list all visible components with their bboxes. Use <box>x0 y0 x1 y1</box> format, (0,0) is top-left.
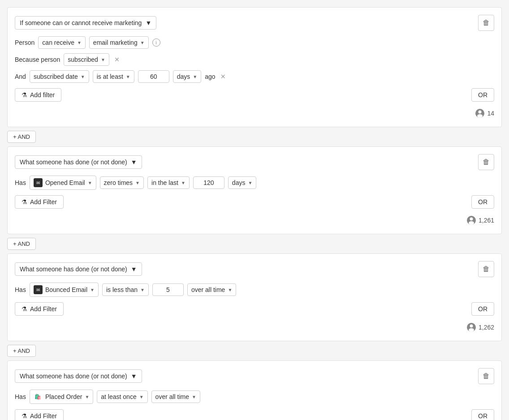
condition-type-select-2[interactable]: What someone has done (or not done) ▼ <box>15 155 142 169</box>
time-value-input-3[interactable]: 5 <box>152 283 184 296</box>
event-select-4[interactable]: 🛍️ Placed Order ▼ <box>30 390 93 404</box>
value-input[interactable]: 60 <box>138 70 169 83</box>
frequency-operator-select-4[interactable]: at least once ▼ <box>97 390 147 403</box>
info-icon[interactable]: i <box>152 39 160 47</box>
condition-type-label-1: If someone can or cannot receive marketi… <box>20 19 142 26</box>
filter-icon-4: ⚗ <box>22 412 27 420</box>
date-field-select[interactable]: subscribed date ▼ <box>30 70 89 83</box>
dropdown-arrow-1: ▼ <box>145 19 151 26</box>
count-row-2: 1,261 <box>15 212 494 227</box>
event-icon-3: ✉ <box>34 285 43 294</box>
frequency-operator-select-3[interactable]: is less than ▼ <box>102 283 149 296</box>
filter-close-button-1[interactable]: × <box>219 71 228 82</box>
person-type-value: email marketing <box>93 39 138 46</box>
and-button-1[interactable]: + AND <box>7 131 36 143</box>
condition-type-select-3[interactable]: What someone has done (or not done) ▼ <box>15 262 142 276</box>
has-row-2: Has ✉ Opened Email ▼ zero times ▼ in the… <box>15 176 494 190</box>
time-operator-simple-select-3[interactable]: over all time ▼ <box>187 283 236 296</box>
condition-type-select-1[interactable]: If someone can or cannot receive marketi… <box>15 16 156 30</box>
unit-arrow: ▼ <box>193 74 197 79</box>
condition-type-label-4: What someone has done (or not done) <box>20 373 127 380</box>
or-button-3[interactable]: OR <box>471 302 494 316</box>
because-close-button[interactable]: × <box>113 54 121 65</box>
time-operator-simple-value-3: over all time <box>191 286 225 293</box>
frequency-operator-select-2[interactable]: zero times ▼ <box>100 176 144 189</box>
person-icon-2 <box>467 216 476 225</box>
person-icon-1 <box>475 109 484 118</box>
filter-icon-1: ⚗ <box>22 91 27 99</box>
delete-button-4[interactable]: 🗑 <box>478 368 494 384</box>
condition-type-select-4[interactable]: What someone has done (or not done) ▼ <box>15 369 142 383</box>
or-label-2: OR <box>478 198 487 206</box>
because-person-row: Because person subscribed ▼ × <box>15 53 494 66</box>
person-label: Person <box>15 39 35 46</box>
or-label-4: OR <box>478 412 487 420</box>
person-condition-value: can receive <box>42 39 74 46</box>
condition-block-4: What someone has done (or not done) ▼ 🗑 … <box>7 360 502 420</box>
svg-point-1 <box>479 111 482 114</box>
person-condition-select[interactable]: can receive ▼ <box>38 36 86 49</box>
and-connector-1: + AND <box>7 127 502 146</box>
suffix-label: ago <box>205 73 215 80</box>
time-operator-simple-arrow-3: ▼ <box>228 287 232 292</box>
person-condition-arrow: ▼ <box>77 40 82 45</box>
and-connector-3: + AND <box>7 341 502 360</box>
and-button-3[interactable]: + AND <box>7 345 36 357</box>
delete-button-2[interactable]: 🗑 <box>478 154 494 170</box>
event-value-4: Placed Order <box>45 393 82 400</box>
frequency-operator-value-3: is less than <box>106 286 138 293</box>
has-label-3: Has <box>15 286 26 293</box>
frequency-operator-value-2: zero times <box>104 179 133 186</box>
time-operator-value-2: in the last <box>151 179 178 186</box>
and-button-2[interactable]: + AND <box>7 238 36 250</box>
time-operator-arrow-2: ▼ <box>181 180 185 185</box>
add-filter-button-3[interactable]: ⚗ Add Filter <box>15 302 64 316</box>
because-value-select[interactable]: subscribed ▼ <box>64 53 109 66</box>
and-label: And <box>15 73 26 80</box>
and-button-label-2: + AND <box>13 240 30 247</box>
delete-button-1[interactable]: 🗑 <box>478 15 494 31</box>
event-select-2[interactable]: ✉ Opened Email ▼ <box>30 176 96 190</box>
add-filter-label-2: Add Filter <box>30 198 57 206</box>
or-button-2[interactable]: OR <box>471 195 494 209</box>
add-filter-button-1[interactable]: ⚗ Add filter <box>15 88 61 102</box>
svg-point-8 <box>469 328 474 332</box>
and-connector-2: + AND <box>7 234 502 253</box>
event-value-3: Bounced Email <box>45 286 87 293</box>
time-operator-select-2[interactable]: in the last ▼ <box>147 176 190 189</box>
filter-icon-2: ⚗ <box>22 198 27 206</box>
person-type-select[interactable]: email marketing ▼ <box>89 36 149 49</box>
delete-button-3[interactable]: 🗑 <box>478 261 494 277</box>
event-arrow-3: ▼ <box>90 287 95 292</box>
has-label-4: Has <box>15 393 26 400</box>
count-value-3: 1,262 <box>479 324 494 331</box>
operator-select[interactable]: is at least ▼ <box>93 70 134 83</box>
unit-select[interactable]: days ▼ <box>173 70 201 83</box>
add-filter-label-3: Add Filter <box>30 305 57 313</box>
condition-header-4: What someone has done (or not done) ▼ 🗑 <box>15 368 494 384</box>
condition-block-1: If someone can or cannot receive marketi… <box>7 7 502 127</box>
add-filter-button-2[interactable]: ⚗ Add Filter <box>15 195 64 209</box>
add-filter-button-4[interactable]: ⚗ Add Filter <box>15 409 64 420</box>
time-unit-arrow-2: ▼ <box>248 180 252 185</box>
add-filter-label-4: Add Filter <box>30 412 57 420</box>
svg-point-4 <box>470 218 473 221</box>
frequency-operator-value-4: at least once <box>101 393 136 400</box>
condition-type-label-3: What someone has done (or not done) <box>20 266 127 273</box>
because-arrow: ▼ <box>101 57 105 62</box>
count-value-2: 1,261 <box>479 217 494 224</box>
count-badge-1: 14 <box>475 109 494 118</box>
event-arrow-2: ▼ <box>88 180 92 185</box>
or-button-4[interactable]: OR <box>471 409 494 420</box>
bottom-row-1: ⚗ Add filter OR <box>15 88 494 102</box>
or-button-1[interactable]: OR <box>471 88 494 102</box>
count-badge-2: 1,261 <box>467 216 494 225</box>
condition-header-2: What someone has done (or not done) ▼ 🗑 <box>15 154 494 170</box>
operator-arrow: ▼ <box>126 74 130 79</box>
event-select-3[interactable]: ✉ Bounced Email ▼ <box>30 283 99 297</box>
time-value-input-2[interactable]: 120 <box>193 176 224 189</box>
svg-point-5 <box>469 221 474 225</box>
time-operator-simple-select-4[interactable]: over all time ▼ <box>151 390 200 403</box>
and-button-label-3: + AND <box>13 347 30 354</box>
time-unit-select-2[interactable]: days ▼ <box>228 176 256 189</box>
